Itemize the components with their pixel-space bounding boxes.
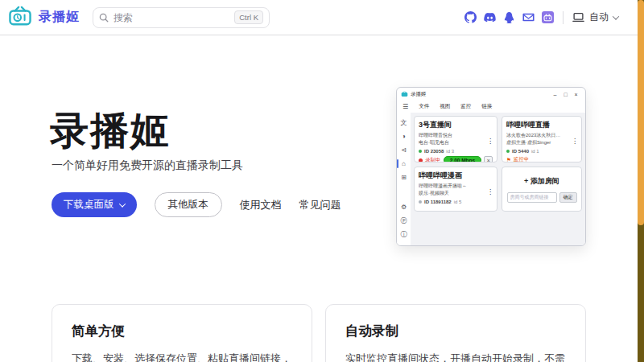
room-grid: 3号直播间 哔哩哔哩音悦台 电台·唱见电台 ⋮ ID 23058 id 3 录制… (411, 113, 585, 245)
search-box[interactable]: Ctrl K (93, 7, 270, 28)
room-category: 电台·唱见电台 (419, 139, 493, 146)
room-stream-title: 冰火歌会2023冰火秋日… (506, 132, 577, 139)
app-titlebar: 录播姬 – □ × (397, 88, 585, 101)
menu-monitor[interactable]: 监控 (460, 103, 471, 110)
feedback-icon[interactable]: Ⓟ (397, 214, 411, 228)
search-input[interactable] (114, 12, 234, 23)
room-stream-title: 哔哩哔哩漫画开播啦～ (419, 183, 493, 190)
feature-description: 下载、安装、选择保存位置、粘贴直播间链接，1 分钟即可开始使用 (72, 350, 292, 362)
room-category: 虚拟主播·虚拟Singer (506, 139, 577, 146)
room-id: ID 11891182 (424, 200, 452, 204)
stop-recording-button[interactable]: × (484, 156, 493, 162)
home-icon[interactable]: ⌂ (397, 157, 411, 171)
brand-title: 录播姬 (39, 9, 80, 26)
toolbox-icon[interactable]: ⊞ (397, 171, 411, 184)
room-sub-id: id 3 (446, 149, 454, 154)
feature-description: 实时监控直播间状态，开播自动开始录制，不需要人工等待开播 (345, 350, 566, 362)
page-title: 录播姬 (50, 105, 171, 157)
room-url-input[interactable] (507, 192, 557, 203)
settings-icon[interactable]: ⚙ (397, 200, 411, 214)
kebab-menu-icon[interactable]: ⋮ (487, 188, 493, 195)
room-id: ID 5440 (512, 149, 529, 154)
download-desktop-button[interactable]: 下载桌面版 (52, 192, 137, 217)
room-stream-title: 哔哩哔哩音悦台 (419, 132, 493, 139)
room-name: 哔哩哔哩漫画 (419, 171, 493, 181)
room-card-1: 3号直播间 哔哩哔哩音悦台 电台·唱见电台 ⋮ ID 23058 id 3 录制… (414, 116, 497, 162)
bitrate-badge: 2.00 Mbps (444, 156, 482, 162)
add-room-card: + 添加房间 确定 (502, 167, 582, 212)
app-screenshot-window: 录播姬 – □ × ☰ 文件 视图 监控 链接 文 ◑ ⊲ ⌂ ⊞ ⚙ Ⓟ ⓘ … (396, 87, 586, 246)
kebab-menu-icon[interactable]: ⋮ (572, 138, 578, 145)
add-room-row: 确定 (507, 192, 577, 203)
feature-title: 简单方便 (72, 323, 292, 340)
search-icon (99, 13, 109, 23)
recording-status: 录制中 (425, 157, 441, 163)
room-name: 哔哩哔哩直播 (506, 120, 577, 130)
docs-link[interactable]: 使用文档 (240, 198, 282, 212)
other-versions-label: 其他版本 (168, 198, 208, 212)
page-tagline: 一个简单好用免费开源的直播录制工具 (52, 158, 243, 173)
room-id-row: ID 5440 id 1 (506, 149, 577, 154)
header-divider (563, 11, 564, 24)
add-room-title: + 添加房间 (524, 176, 559, 187)
github-icon[interactable] (464, 11, 477, 23)
announce-icon[interactable]: ⊲ (397, 143, 411, 157)
app-menubar: ☰ 文件 视图 监控 链接 (397, 101, 585, 113)
room-sub-id: id 1 (531, 149, 539, 154)
menu-view[interactable]: 视图 (440, 103, 450, 110)
room-id-row: ID 11891182 id 5 (419, 200, 493, 204)
room-card-3: 哔哩哔哩漫画 哔哩哔哩漫画开播啦～ 娱乐·视频聊天 ⋮ ID 11891182 … (414, 167, 497, 212)
confirm-add-room-button[interactable]: 确定 (559, 192, 577, 203)
chevron-down-icon (613, 13, 619, 19)
minimize-button[interactable]: – (550, 92, 560, 97)
laptop-icon (572, 12, 584, 23)
app-sidebar-rail: 文 ◑ ⊲ ⌂ ⊞ ⚙ Ⓟ ⓘ (397, 113, 411, 245)
room-id-row: ID 23058 id 3 (419, 149, 493, 154)
skin-icon[interactable]: ◑ (397, 130, 411, 143)
tv-logo-icon (8, 6, 32, 30)
faq-link[interactable]: 常见问题 (299, 198, 341, 212)
room-status-row: ⚑ 监控中 (506, 156, 577, 162)
social-links (464, 11, 554, 23)
about-icon[interactable]: ⓘ (397, 228, 411, 241)
maximize-button[interactable]: □ (560, 92, 571, 97)
theme-label: 自动 (589, 10, 609, 24)
scrollbar-thumb[interactable] (638, 0, 644, 225)
room-sub-id: id 5 (454, 200, 462, 204)
room-category: 娱乐·视频聊天 (419, 190, 493, 197)
menu-file[interactable]: 文件 (419, 103, 429, 110)
translate-icon[interactable]: 文 (397, 116, 411, 130)
window-controls: – □ × (550, 92, 581, 97)
other-versions-button[interactable]: 其他版本 (155, 192, 222, 217)
live-dot-icon (506, 150, 510, 153)
close-button[interactable]: × (571, 92, 581, 97)
download-desktop-label: 下载桌面版 (64, 198, 114, 212)
room-card-2: 哔哩哔哩直播 冰火歌会2023冰火秋日… 虚拟主播·虚拟Singer ⋮ ID … (502, 116, 582, 162)
feature-card-auto: 自动录制 实时监控直播间状态，开播自动开始录制，不需要人工等待开播 (325, 304, 586, 362)
app-tv-icon (401, 91, 408, 97)
home-logo-link[interactable]: 录播姬 (8, 6, 80, 30)
kebab-menu-icon[interactable]: ⋮ (487, 138, 493, 145)
feature-title: 自动录制 (345, 323, 566, 340)
monitoring-status: 监控中 (514, 156, 530, 162)
page-scrollbar[interactable] (638, 0, 644, 362)
app-window-title: 录播姬 (411, 91, 427, 98)
monitoring-flag-icon: ⚑ (506, 157, 511, 163)
theme-switcher[interactable]: 自动 (572, 10, 618, 24)
discord-icon[interactable] (484, 11, 496, 23)
offline-dot-icon (419, 200, 422, 204)
mail-icon[interactable] (522, 11, 535, 23)
room-status-row: 录制中 2.00 Mbps × (419, 156, 493, 162)
room-id: ID 23058 (424, 149, 444, 154)
bilibili-icon[interactable] (542, 11, 554, 23)
recording-dot-icon (419, 158, 423, 162)
hamburger-icon[interactable]: ☰ (402, 103, 408, 110)
chevron-down-icon (118, 200, 125, 207)
feature-card-simple: 简单方便 下载、安装、选择保存位置、粘贴直播间链接，1 分钟即可开始使用 (52, 304, 312, 362)
live-dot-icon (419, 150, 422, 153)
search-shortcut-badge: Ctrl K (234, 10, 263, 24)
menu-link[interactable]: 链接 (481, 103, 492, 110)
qq-icon[interactable] (503, 11, 515, 23)
room-name: 3号直播间 (419, 120, 493, 130)
hero-actions: 下载桌面版 其他版本 使用文档 常见问题 (52, 192, 341, 217)
